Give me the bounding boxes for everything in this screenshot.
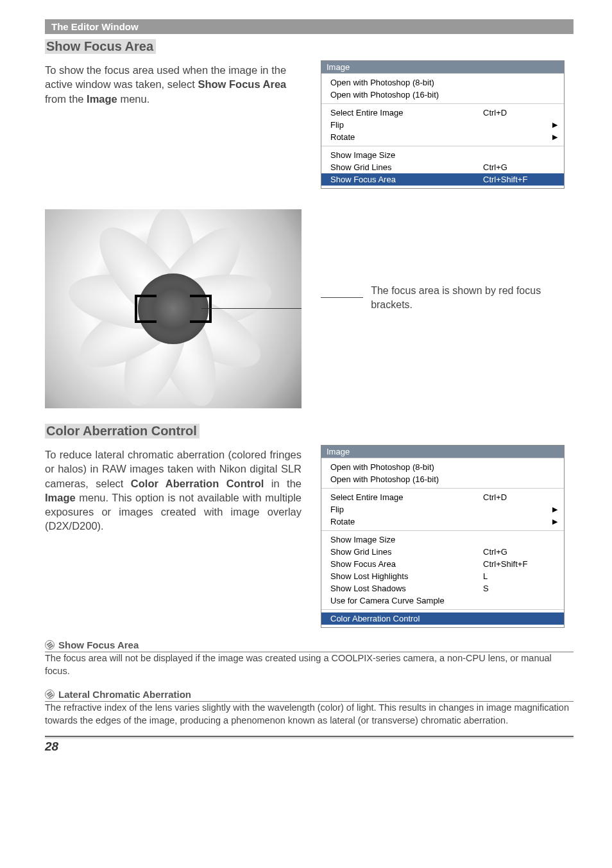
pencil-icon — [45, 690, 55, 699]
note-body-focus: The focus area will not be displayed if … — [45, 652, 574, 677]
focus-caption: The focus area is shown by red focus bra… — [371, 284, 574, 311]
submenu-arrow-icon: ▶ — [547, 505, 557, 514]
menu-item-label: Open with Photoshop (16-bit) — [330, 474, 483, 484]
page: The Editor Window Show Focus Area To sho… — [0, 0, 612, 767]
note-title-text: Lateral Chromatic Aberration — [58, 689, 191, 700]
leader-line — [201, 308, 302, 309]
menu-item-shortcut: Ctrl+D — [483, 108, 547, 117]
menu-item-show-image-size[interactable]: Show Image Size — [321, 149, 564, 161]
menu-item-camera-curve-sample[interactable]: Use for Camera Curve Sample — [321, 595, 564, 607]
note-body-chromatic: The refractive index of the lens varies … — [45, 702, 574, 727]
header-bar: The Editor Window — [45, 19, 574, 34]
menu-item-shortcut: S — [483, 584, 547, 593]
menu-item-label: Show Lost Highlights — [330, 571, 483, 581]
section-color-aberration: Color Aberration Control To reduce later… — [45, 424, 574, 628]
page-number: 28 — [45, 740, 574, 754]
menu-item-open-16bit[interactable]: Open with Photoshop (16-bit) — [321, 89, 564, 101]
menu-item-shortcut: L — [483, 571, 547, 581]
menu-item-shortcut: Ctrl+D — [483, 492, 547, 502]
pencil-icon — [45, 640, 55, 650]
menu-item-label: Show Grid Lines — [330, 162, 483, 172]
menu-item-open-16bit[interactable]: Open with Photoshop (16-bit) — [321, 473, 564, 485]
menu-item-label: Show Focus Area — [330, 175, 483, 184]
menu-item-color-aberration[interactable]: Color Aberration Control — [321, 612, 564, 625]
text-bold: Color Aberration Control — [131, 478, 264, 489]
menu-item-flip[interactable]: Flip▶ — [321, 119, 564, 131]
flower-image — [45, 209, 302, 408]
menu-item-show-focus-area[interactable]: Show Focus AreaCtrl+Shift+F — [321, 558, 564, 570]
image-menu-2: Image Open with Photoshop (8-bit) Open w… — [321, 445, 565, 628]
menu-item-label: Show Image Size — [330, 535, 483, 544]
focus-bracket-right-icon — [190, 295, 212, 323]
menu-item-label: Open with Photoshop (8-bit) — [330, 462, 483, 472]
text-bold: Image — [87, 93, 117, 105]
focus-bracket-left-icon — [135, 295, 157, 323]
leader-line — [321, 297, 363, 298]
menu-item-label: Select Entire Image — [330, 108, 483, 117]
sample-photo — [45, 209, 302, 408]
text: in the — [264, 478, 302, 489]
menu-item-label: Rotate — [330, 517, 483, 526]
text: menu. This option is not available with … — [45, 492, 302, 532]
section-title: Color Aberration Control — [45, 424, 200, 438]
menu-item-label: Select Entire Image — [330, 492, 483, 502]
menu-item-label: Show Image Size — [330, 150, 483, 160]
menu-item-shortcut: Ctrl+Shift+F — [483, 559, 547, 569]
submenu-arrow-icon: ▶ — [547, 133, 557, 141]
menu-item-show-grid[interactable]: Show Grid LinesCtrl+G — [321, 546, 564, 558]
menu-item-label: Show Grid Lines — [330, 547, 483, 557]
text-bold: Image — [45, 492, 76, 503]
submenu-arrow-icon: ▶ — [547, 121, 557, 129]
menu-item-flip[interactable]: Flip▶ — [321, 503, 564, 516]
menu-item-shortcut: Ctrl+Shift+F — [483, 175, 547, 184]
footer-rule — [45, 736, 574, 737]
section-title: Show Focus Area — [45, 39, 156, 54]
menu-item-show-lost-highlights[interactable]: Show Lost HighlightsL — [321, 570, 564, 582]
menu-item-open-8bit[interactable]: Open with Photoshop (8-bit) — [321, 76, 564, 89]
menu-item-select-entire[interactable]: Select Entire ImageCtrl+D — [321, 107, 564, 119]
menu-item-label: Rotate — [330, 132, 483, 142]
menu-item-rotate[interactable]: Rotate▶ — [321, 516, 564, 528]
menu-item-label: Flip — [330, 505, 483, 514]
section1-body: To show the focus area used when the ima… — [45, 63, 302, 106]
menu-item-label: Open with Photoshop (8-bit) — [330, 78, 483, 87]
submenu-arrow-icon: ▶ — [547, 517, 557, 526]
menu-item-label: Use for Camera Curve Sample — [330, 596, 483, 605]
note-title-text: Show Focus Area — [58, 639, 139, 650]
menu-item-show-focus-area[interactable]: Show Focus AreaCtrl+Shift+F — [321, 173, 564, 186]
menu-item-show-lost-shadows[interactable]: Show Lost ShadowsS — [321, 582, 564, 595]
text: from the — [45, 93, 87, 105]
menu-item-show-image-size[interactable]: Show Image Size — [321, 534, 564, 546]
section2-body: To reduce lateral chromatic aberration (… — [45, 447, 302, 534]
menu-title: Image — [321, 446, 564, 458]
menu-item-show-grid[interactable]: Show Grid LinesCtrl+G — [321, 161, 564, 173]
image-menu-1: Image Open with Photoshop (8-bit) Open w… — [321, 60, 565, 189]
text-bold: Show Focus Area — [198, 78, 286, 90]
menu-item-label: Flip — [330, 120, 483, 130]
menu-item-label: Show Focus Area — [330, 559, 483, 569]
note-title-chromatic: Lateral Chromatic Aberration — [45, 689, 574, 700]
note-title-focus: Show Focus Area — [45, 639, 574, 650]
menu-item-label: Color Aberration Control — [330, 614, 483, 623]
menu-title: Image — [321, 61, 564, 73]
menu-item-shortcut: Ctrl+G — [483, 547, 547, 557]
text: menu. — [117, 93, 149, 105]
menu-item-label: Open with Photoshop (16-bit) — [330, 90, 483, 100]
menu-item-rotate[interactable]: Rotate▶ — [321, 131, 564, 143]
menu-item-open-8bit[interactable]: Open with Photoshop (8-bit) — [321, 461, 564, 473]
section-show-focus-area: Show Focus Area To show the focus area u… — [45, 39, 574, 408]
menu-item-shortcut: Ctrl+G — [483, 162, 547, 172]
menu-item-select-entire[interactable]: Select Entire ImageCtrl+D — [321, 491, 564, 503]
menu-item-label: Show Lost Shadows — [330, 584, 483, 593]
